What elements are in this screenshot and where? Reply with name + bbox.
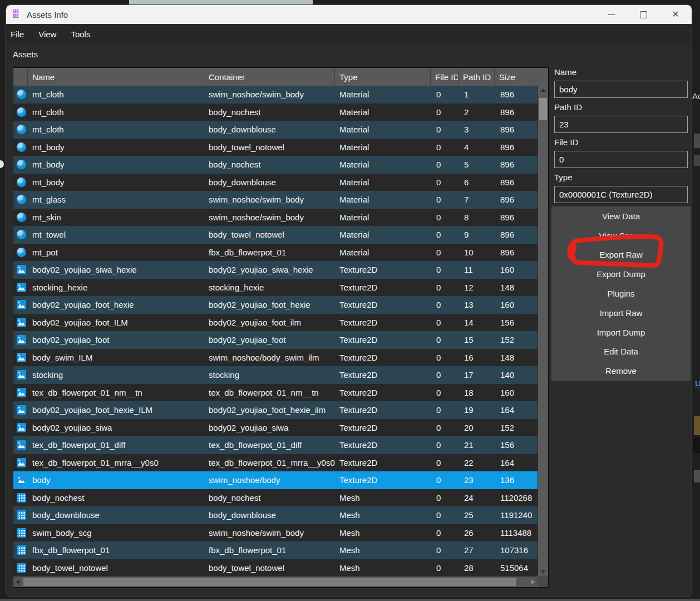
table-row[interactable]: mt_clothbody_nochestMaterial02896 [13, 104, 538, 121]
asset-file-id: 0 [431, 370, 459, 380]
menu-file[interactable]: File [6, 24, 31, 44]
asset-type: Texture2D [335, 318, 431, 327]
asset-container: body_nochest [204, 107, 335, 117]
export-raw-button[interactable]: Export Raw [551, 245, 691, 265]
table-row[interactable]: body02_youjiao_foot_ILMbody02_youjiao_fo… [13, 314, 538, 332]
vertical-scroll-thumb[interactable] [539, 98, 547, 120]
asset-file-id: 0 [431, 405, 459, 415]
table-row[interactable]: mt_clothswim_noshoe/swim_bodyMaterial018… [13, 86, 538, 104]
scroll-down-arrow[interactable] [538, 568, 548, 577]
export-dump-button[interactable]: Export Dump [551, 264, 691, 284]
asset-name: body02_youjiao_foot_hexie [28, 300, 204, 309]
column-header-size[interactable]: Size [495, 68, 534, 86]
scroll-right-arrow[interactable] [529, 577, 538, 587]
file-id-input[interactable]: 0 [554, 151, 688, 168]
table-row[interactable]: stockingstockingTexture2D017140 [13, 366, 538, 384]
asset-type: Material [335, 178, 431, 187]
material-icon [17, 230, 26, 239]
asset-name: body02_youjiao_foot_hexie_ILM [28, 405, 204, 415]
asset-name: tex_db_flowerpot_01_mrra__y0s0 [28, 458, 204, 467]
texture-icon [17, 440, 26, 450]
assets-info-window: UA BE Assets Info ✕ File View Tools Asse… [6, 4, 692, 597]
asset-container: stocking [204, 370, 335, 380]
mesh-icon [17, 563, 26, 573]
table-row[interactable]: body_swim_ILMswim_noshoe/body_swim_ilmTe… [13, 349, 538, 367]
close-button[interactable]: ✕ [659, 5, 692, 24]
table-row[interactable]: body02_youjiao_siwabody02_youjiao_siwaTe… [13, 419, 538, 437]
material-icon [17, 213, 26, 222]
import-dump-button[interactable]: Import Dump [551, 323, 691, 342]
table-row[interactable]: swim_body_scgswim_noshoe/swim_bodyMesh02… [13, 524, 538, 542]
table-row[interactable]: tex_db_flowerpot_01_mrra__y0s0tex_db_flo… [13, 454, 538, 472]
table-row[interactable]: tex_db_flowerpot_01_nm__tntex_db_flowerp… [13, 384, 538, 402]
asset-type: Material [335, 213, 431, 222]
table-row[interactable]: mt_potfbx_db_flowerpot_01Material010896 [13, 244, 538, 262]
asset-container: fbx_db_flowerpot_01 [204, 545, 335, 555]
table-row[interactable]: body02_youjiao_siwa_hexiebody02_youjiao_… [13, 261, 538, 279]
asset-file-id: 0 [431, 178, 459, 187]
asset-path-id: 9 [459, 230, 495, 239]
table-row[interactable]: stocking_hexiestocking_hexieTexture2D012… [13, 279, 538, 297]
asset-type: Mesh [335, 528, 431, 538]
horizontal-scroll-thumb[interactable] [23, 578, 516, 586]
column-header-container[interactable]: Container [204, 68, 335, 86]
asset-path-id: 18 [459, 388, 495, 397]
asset-container: body_downblouse [204, 178, 335, 187]
texture-icon [17, 388, 26, 397]
asset-size: 896 [495, 178, 538, 187]
column-header-type[interactable]: Type [335, 68, 431, 86]
scroll-up-arrow[interactable] [538, 86, 548, 95]
scroll-left-arrow[interactable] [13, 577, 22, 587]
horizontal-scrollbar[interactable] [13, 576, 538, 587]
table-row[interactable]: body02_youjiao_foot_hexiebody02_youjiao_… [13, 296, 538, 314]
material-icon [17, 178, 26, 187]
table-row[interactable]: mt_bodybody_downblouseMaterial06896 [13, 174, 538, 191]
table-row[interactable]: mt_skinswim_noshoe/swim_bodyMaterial0889… [13, 209, 538, 226]
name-input[interactable]: body [554, 81, 688, 98]
column-header-file-id[interactable]: File ID [431, 68, 459, 86]
table-row[interactable]: mt_glassswim_noshoe/swim_bodyMaterial078… [13, 191, 538, 209]
table-row[interactable]: bodyswim_noshoe/bodyTexture2D023136 [13, 471, 538, 489]
table-row[interactable]: mt_clothbody_downblouseMaterial03896 [13, 121, 538, 139]
path-id-input[interactable]: 23 [554, 116, 688, 133]
asset-path-id: 19 [459, 405, 495, 415]
table-row[interactable]: body_towel_notowelbody_towel_notowelMesh… [13, 559, 538, 577]
edit-data-button[interactable]: Edit Data [551, 342, 691, 361]
texture-icon [17, 300, 26, 309]
table-row[interactable]: mt_bodybody_towel_notowelMaterial04896 [13, 139, 538, 156]
asset-type: Texture2D [335, 353, 431, 362]
menu-tools[interactable]: Tools [63, 24, 97, 44]
background-fragment [694, 155, 700, 166]
texture-icon [17, 335, 26, 344]
table-row[interactable]: mt_towelbody_towel_notowelMaterial09896 [13, 226, 538, 244]
type-input[interactable]: 0x0000001C (Texture2D) [554, 186, 688, 203]
type-label: Type [554, 173, 688, 183]
asset-name: body [28, 475, 204, 485]
maximize-button[interactable] [627, 5, 659, 24]
remove-button[interactable]: Remove [551, 361, 691, 381]
column-header-path-id[interactable]: Path ID [459, 68, 495, 86]
table-row[interactable]: tex_db_flowerpot_01_difftex_db_flowerpot… [13, 436, 538, 454]
titlebar[interactable]: UA BE Assets Info ✕ [6, 5, 692, 24]
view-data-button[interactable]: View Data [551, 206, 691, 226]
table-row[interactable]: body_nochestbody_nochestMesh0241120268 [13, 489, 538, 507]
minimize-button[interactable] [595, 5, 627, 24]
menu-view[interactable]: View [31, 24, 63, 44]
view-scene-button[interactable]: View Scene [551, 226, 691, 245]
column-header-name[interactable]: Name [28, 68, 204, 86]
asset-size: 1113488 [495, 528, 538, 538]
table-row[interactable]: fbx_db_flowerpot_01fbx_db_flowerpot_01Me… [13, 541, 538, 559]
asset-type: Texture2D [335, 265, 431, 274]
vertical-scrollbar[interactable] [538, 86, 548, 577]
column-header-icon[interactable] [13, 68, 28, 86]
asset-path-id: 28 [459, 563, 495, 573]
import-raw-button[interactable]: Import Raw [551, 303, 691, 323]
table-row[interactable]: body02_youjiao_foot_hexie_ILMbody02_youj… [13, 401, 538, 419]
window-title: Assets Info [27, 10, 68, 19]
table-row[interactable]: mt_bodybody_nochestMaterial05896 [13, 156, 538, 174]
plugins-button[interactable]: Plugins [551, 284, 691, 303]
mesh-icon [17, 510, 26, 520]
table-row[interactable]: body02_youjiao_footbody02_youjiao_footTe… [13, 331, 538, 349]
asset-name: mt_body [28, 178, 204, 187]
table-row[interactable]: body_downblousebody_downblouseMesh025119… [13, 506, 538, 524]
